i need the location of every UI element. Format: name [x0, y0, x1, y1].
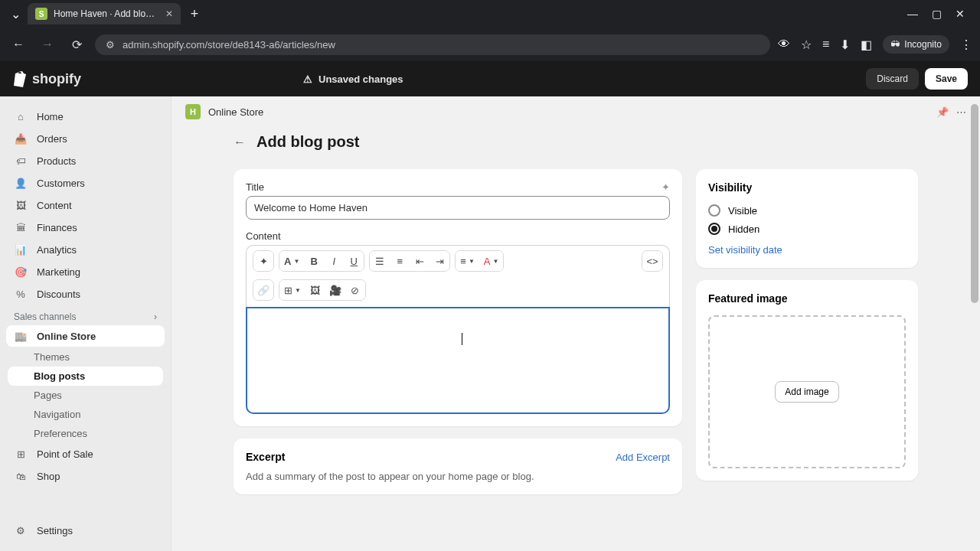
- italic-icon[interactable]: I: [324, 251, 344, 271]
- app-body: ⌂Home 📥Orders 🏷Products 👤Customers 🖼Cont…: [0, 96, 980, 551]
- pin-icon[interactable]: 📌: [936, 106, 949, 118]
- sidebar-toggle-icon[interactable]: ◧: [861, 37, 872, 52]
- unsaved-label: Unsaved changes: [318, 73, 403, 85]
- shopify-logo[interactable]: shopify: [12, 70, 81, 87]
- nav-content[interactable]: 🖼Content: [6, 194, 165, 216]
- store-icon: 🏬: [14, 329, 28, 343]
- shopify-bag-icon: [12, 70, 28, 87]
- reload-button[interactable]: ⟳: [66, 34, 87, 55]
- editor-toolbar: ✦ A▼ B I U ☰ ≡ ⇤ ⇥: [246, 245, 670, 276]
- align-dropdown[interactable]: ≡▼: [456, 251, 479, 271]
- excerpt-card: Excerpt Add Excerpt Add a summary of the…: [234, 439, 682, 494]
- set-visibility-date-link[interactable]: Set visibility date: [708, 244, 906, 256]
- back-arrow[interactable]: ←: [234, 135, 246, 149]
- image-icon[interactable]: 🖼: [305, 280, 325, 300]
- paragraph-style-dropdown[interactable]: A▼: [279, 251, 304, 271]
- title-input[interactable]: [246, 196, 670, 220]
- minimize-icon[interactable]: —: [907, 8, 918, 20]
- bold-icon[interactable]: B: [304, 251, 324, 271]
- maximize-icon[interactable]: ▢: [932, 8, 942, 20]
- bookmark-icon[interactable]: ☆: [801, 37, 812, 52]
- subnav-themes[interactable]: Themes: [6, 347, 165, 367]
- back-button[interactable]: ←: [8, 34, 29, 55]
- main-content: H Online Store 📌 ⋯ ← Add blog post Title…: [172, 96, 980, 551]
- content-editor[interactable]: [246, 307, 670, 414]
- nav-home[interactable]: ⌂Home: [6, 106, 165, 127]
- incognito-badge[interactable]: 🕶 Incognito: [883, 35, 949, 54]
- close-tab-icon[interactable]: ✕: [165, 8, 173, 19]
- content-label: Content: [246, 230, 670, 242]
- new-tab-button[interactable]: +: [184, 3, 205, 24]
- warning-icon: ⚠: [303, 73, 312, 85]
- save-button[interactable]: Save: [925, 68, 968, 90]
- products-icon: 🏷: [14, 154, 28, 168]
- featured-image-dropzone[interactable]: Add image: [708, 315, 906, 468]
- browser-menu-icon[interactable]: ⋮: [960, 37, 972, 52]
- nav-settings[interactable]: ⚙Settings: [6, 520, 165, 541]
- ai-assist-icon[interactable]: ✦: [253, 251, 273, 271]
- nav-orders[interactable]: 📥Orders: [6, 128, 165, 149]
- subnav-pages[interactable]: Pages: [6, 386, 165, 405]
- scrollbar-thumb[interactable]: [971, 104, 978, 303]
- channel-badge: H: [185, 104, 201, 119]
- subnav-blog-posts[interactable]: Blog posts: [8, 367, 163, 386]
- tab-search-dropdown[interactable]: ⌄: [6, 5, 24, 23]
- more-icon[interactable]: ⋯: [956, 106, 966, 118]
- subnav-navigation[interactable]: Navigation: [6, 405, 165, 424]
- page-header: ← Add blog post: [234, 133, 918, 151]
- nav-marketing[interactable]: 🎯Marketing: [6, 261, 165, 282]
- site-info-icon[interactable]: ⚙: [106, 39, 115, 51]
- number-list-icon[interactable]: ≡: [390, 251, 410, 271]
- add-image-button[interactable]: Add image: [775, 381, 838, 403]
- home-icon: ⌂: [14, 109, 28, 123]
- url-box[interactable]: ⚙ admin.shopify.com/store/de8143-a6/arti…: [95, 34, 770, 55]
- link-icon[interactable]: 🔗: [253, 280, 273, 300]
- window-controls: — ▢ ✕: [907, 8, 974, 20]
- discard-button[interactable]: Discard: [866, 68, 919, 90]
- nav-discounts[interactable]: %Discounts: [6, 283, 165, 305]
- address-bar: ← → ⟳ ⚙ admin.shopify.com/store/de8143-a…: [0, 28, 980, 61]
- sales-channels-section[interactable]: Sales channels ›: [6, 305, 165, 325]
- nav-analytics[interactable]: 📊Analytics: [6, 239, 165, 260]
- playlist-icon[interactable]: ≡: [822, 37, 829, 51]
- visibility-hidden-radio[interactable]: Hidden: [708, 223, 906, 235]
- shop-icon: 🛍: [14, 469, 28, 483]
- color-dropdown[interactable]: A▼: [479, 251, 504, 271]
- nav-online-store[interactable]: 🏬Online Store: [6, 325, 165, 347]
- subnav-preferences[interactable]: Preferences: [6, 424, 165, 443]
- excerpt-description: Add a summary of the post to appear on y…: [246, 471, 670, 482]
- underline-icon[interactable]: U: [344, 251, 364, 271]
- channel-bar: H Online Store 📌 ⋯: [172, 96, 980, 127]
- page-title: Add blog post: [256, 133, 359, 151]
- scrollbar[interactable]: [971, 96, 978, 551]
- downloads-icon[interactable]: ⬇: [840, 37, 850, 52]
- forward-button[interactable]: →: [37, 34, 58, 55]
- channel-name: Online Store: [208, 106, 263, 118]
- incognito-icon: 🕶: [890, 39, 900, 50]
- nav-products[interactable]: 🏷Products: [6, 150, 165, 171]
- indent-icon[interactable]: ⇥: [430, 251, 449, 271]
- html-view-icon[interactable]: <>: [642, 251, 662, 271]
- url-text: admin.shopify.com/store/de8143-a6/articl…: [122, 39, 760, 51]
- visibility-visible-radio[interactable]: Visible: [708, 204, 906, 217]
- browser-tab[interactable]: S Home Haven · Add blog post · ✕: [28, 3, 181, 24]
- nav-shop[interactable]: 🛍Shop: [6, 465, 165, 487]
- tab-title: Home Haven · Add blog post ·: [54, 8, 159, 19]
- brand-text: shopify: [32, 71, 81, 87]
- nav-point-of-sale[interactable]: ⊞Point of Sale: [6, 443, 165, 465]
- eye-off-icon[interactable]: 👁: [778, 37, 790, 51]
- editor-toolbar-row2: 🔗 ⊞▼ 🖼 🎥 ⊘: [246, 276, 670, 307]
- clear-format-icon[interactable]: ⊘: [345, 280, 365, 300]
- add-excerpt-link[interactable]: Add Excerpt: [616, 452, 670, 463]
- outdent-icon[interactable]: ⇤: [410, 251, 430, 271]
- table-dropdown[interactable]: ⊞▼: [279, 280, 305, 300]
- close-window-icon[interactable]: ✕: [956, 8, 965, 20]
- nav-finances[interactable]: 🏛Finances: [6, 217, 165, 238]
- unsaved-changes-banner: ⚠ Unsaved changes: [303, 73, 403, 85]
- video-icon[interactable]: 🎥: [325, 280, 345, 300]
- bullet-list-icon[interactable]: ☰: [370, 251, 390, 271]
- nav-customers[interactable]: 👤Customers: [6, 172, 165, 194]
- shopify-favicon: S: [35, 8, 47, 20]
- sparkle-icon[interactable]: ✦: [662, 181, 670, 193]
- pos-icon: ⊞: [14, 447, 28, 461]
